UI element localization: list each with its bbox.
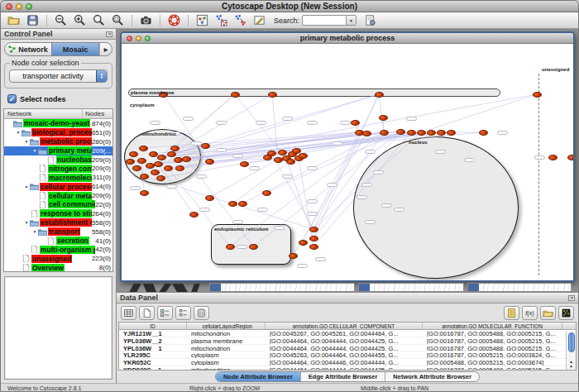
network-tree-row[interactable]: ▼metabolic process280(0) (4, 137, 112, 146)
network-node[interactable] (268, 92, 277, 98)
open-file-icon[interactable] (4, 13, 23, 28)
grid-table-icon[interactable] (121, 306, 136, 320)
network-tree-row[interactable]: ▼biological_process651(0) (4, 128, 112, 137)
network-tree-row[interactable]: ▼transport558(0) (4, 227, 112, 237)
network-view-titlebar[interactable]: primary metabolic process (122, 33, 573, 44)
network-tree-row[interactable]: macromolecule311(0) (4, 173, 112, 182)
network-tree-row[interactable]: secretion41(0) (4, 237, 112, 246)
zoom-region-icon[interactable] (89, 13, 108, 28)
network-node[interactable] (309, 236, 318, 241)
network-panel-icon[interactable] (193, 13, 212, 28)
column-header-network[interactable]: Network (4, 109, 82, 118)
network-node[interactable] (437, 130, 446, 136)
network-tree-row[interactable]: nucleobase-209(0) (4, 155, 112, 165)
network-canvas[interactable]: plasma membrane cytoplasm mitochondrion … (122, 44, 573, 280)
zoom-in-icon[interactable] (70, 13, 89, 28)
float-panel-icon[interactable] (568, 295, 575, 301)
table-row[interactable]: YLR295Ccytoplasm[GO:0045263, GO:0044464,… (119, 351, 576, 359)
network-tree-row[interactable]: unassigned223(0) (4, 254, 112, 263)
select-nodes-checkbox[interactable]: ✓ (7, 94, 17, 103)
network-node[interactable] (567, 155, 574, 160)
destroy-network-icon[interactable] (231, 13, 250, 28)
network-node[interactable] (380, 130, 389, 136)
network-node[interactable] (231, 92, 240, 98)
network-node[interactable] (167, 151, 176, 157)
expand-arrow-icon[interactable]: ▼ (23, 139, 30, 144)
expand-arrow-icon[interactable]: ▼ (15, 130, 22, 135)
network-node[interactable] (205, 159, 214, 165)
network-node[interactable] (126, 159, 135, 165)
network-node[interactable] (407, 130, 416, 136)
network-node[interactable] (228, 201, 237, 207)
notes-icon[interactable] (504, 306, 519, 320)
network-node[interactable] (182, 156, 191, 162)
network-node[interactable] (156, 175, 165, 181)
network-tree-row[interactable]: Overview8(0) (4, 263, 112, 271)
create-network-icon[interactable] (212, 13, 231, 28)
scrollbar-thumb[interactable] (568, 332, 575, 352)
network-node[interactable] (149, 151, 158, 157)
network-tree-row[interactable]: cell communicat22(0) (4, 200, 112, 209)
network-node[interactable] (299, 240, 308, 246)
network-node[interactable] (286, 159, 295, 165)
network-node[interactable] (427, 130, 436, 136)
tab-edge-attribute-browser[interactable]: Edge Attribute Browser (301, 372, 385, 381)
column-header[interactable]: ID (119, 323, 187, 329)
network-tree-row[interactable]: multi-organism pro42(0) (4, 245, 112, 254)
network-node[interactable] (289, 253, 298, 259)
table-row[interactable]: YPL036W__2plasma membrane[GO:0044464, GO… (119, 337, 576, 345)
network-tree-row[interactable]: mosaic-demo-yeast874(0) (4, 119, 112, 128)
expand-arrow-icon[interactable]: ▼ (31, 148, 38, 153)
birdseye-view[interactable] (4, 276, 112, 380)
search-options-icon[interactable] (361, 13, 380, 28)
network-node[interactable] (132, 165, 141, 171)
network-node[interactable] (278, 150, 287, 155)
attribute-matrix-icon[interactable] (558, 306, 574, 320)
network-view-window[interactable]: primary metabolic process plasma membran… (120, 31, 575, 282)
network-node[interactable] (309, 227, 318, 232)
network-node[interactable] (140, 190, 149, 196)
new-attribute-icon[interactable] (139, 306, 155, 320)
delete-attribute-trash-icon[interactable] (194, 306, 209, 320)
expand-arrow-icon[interactable]: ▼ (23, 184, 30, 189)
network-node[interactable] (533, 92, 542, 98)
search-input[interactable]: ▼ (302, 15, 356, 26)
help-lifebuoy-icon[interactable] (165, 13, 184, 28)
network-node[interactable] (375, 92, 384, 98)
network-node[interactable] (137, 158, 146, 164)
network-node[interactable] (447, 130, 456, 136)
network-node[interactable] (240, 161, 249, 167)
network-node[interactable] (170, 146, 179, 151)
snapshot-camera-icon[interactable] (136, 13, 156, 28)
table-row[interactable]: YKR052Ccytoplasm[GO:0044464, GO:0044446,… (119, 359, 576, 366)
tab-node-attribute-browser[interactable]: Node Attribute Browser (216, 372, 301, 381)
network-node[interactable] (139, 146, 148, 151)
window-titlebar[interactable]: Cytoscape Desktop (New Session) (1, 1, 578, 12)
tab-overflow-arrow-icon[interactable]: ▶ (99, 43, 112, 55)
column-header-nodes[interactable]: Nodes (82, 109, 112, 118)
network-node[interactable] (174, 157, 183, 163)
function-fx-icon[interactable]: f(x) (522, 306, 538, 320)
network-node[interactable] (238, 201, 247, 207)
network-node[interactable] (263, 155, 272, 160)
import-folder-icon[interactable] (540, 306, 556, 320)
network-node[interactable] (164, 165, 173, 171)
network-node[interactable] (226, 244, 235, 250)
float-panel-icon[interactable] (106, 31, 112, 37)
network-node[interactable] (292, 148, 301, 154)
zoom-fit-icon[interactable] (108, 13, 127, 28)
network-tree-row[interactable]: cellular metabo209(0) (4, 191, 112, 200)
network-tree-row[interactable]: nitrogen compo209(0) (4, 164, 112, 173)
table-scrollbar[interactable]: ▲▼ (566, 331, 576, 370)
network-node[interactable] (362, 131, 371, 136)
network-node[interactable] (548, 155, 557, 160)
select-attributes-icon[interactable] (157, 306, 173, 320)
network-node[interactable] (379, 115, 388, 121)
node-color-dropdown[interactable]: transporter activity ▲▼ (9, 69, 108, 83)
network-node[interactable] (249, 244, 258, 250)
network-node[interactable] (154, 161, 163, 167)
table-row[interactable]: YPL036W__1mitochondrion[GO:0044464, GO:0… (119, 345, 576, 352)
tab-network-attribute-browser[interactable]: Network Attribute Browser (385, 372, 479, 381)
network-node[interactable] (309, 244, 318, 250)
column-header[interactable]: annotation.GO CELLULAR_COMPONENT (266, 323, 423, 329)
